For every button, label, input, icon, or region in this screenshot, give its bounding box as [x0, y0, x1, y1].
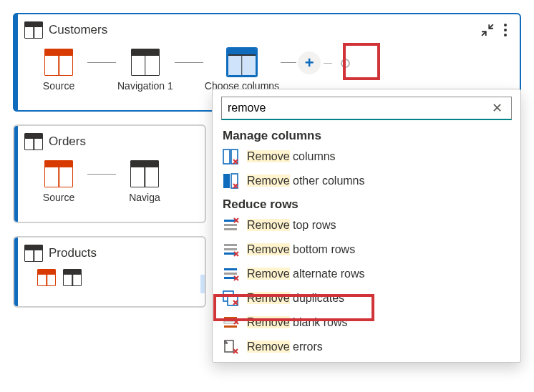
step-label: Source [43, 192, 74, 203]
remove-top-rows-icon [223, 217, 240, 233]
menu-remove-duplicates[interactable]: Remove duplicates [213, 286, 520, 310]
connector-line [281, 62, 296, 63]
remove-alternate-rows-icon [223, 266, 240, 282]
remove-blank-rows-icon [223, 315, 240, 330]
menu-remove-errors[interactable]: Remove errors [213, 335, 520, 359]
menu-label: Remove bottom rows [247, 243, 355, 256]
query-title: Orders [49, 134, 86, 149]
group-header-reduce-rows: Reduce rows [213, 193, 520, 213]
card-header: Customers [24, 21, 510, 39]
svg-rect-17 [224, 325, 237, 328]
menu-remove-alternate-rows[interactable]: Remove alternate rows [213, 262, 520, 286]
menu-remove-other-columns[interactable]: Remove other columns [213, 169, 520, 193]
step-label: Navigation 1 [117, 80, 173, 92]
remove-columns-icon [223, 149, 240, 165]
table-icon [24, 245, 43, 262]
svg-rect-7 [224, 244, 237, 246]
step-choose-columns[interactable]: Choose columns [205, 49, 279, 92]
table-icon [24, 133, 43, 150]
search-input[interactable] [228, 100, 489, 116]
menu-remove-columns[interactable]: Remove columns [213, 144, 520, 169]
table-icon [130, 160, 159, 187]
menu-label: Remove duplicates [247, 292, 344, 305]
card-header: Products [24, 245, 206, 262]
query-card-products[interactable]: Products [13, 236, 206, 308]
menu-remove-blank-rows[interactable]: Remove blank rows [213, 310, 520, 335]
clear-icon[interactable]: ✕ [489, 100, 505, 116]
svg-rect-3 [231, 174, 238, 188]
menu-remove-bottom-rows[interactable]: Remove bottom rows [213, 237, 520, 262]
connector-line [175, 62, 203, 63]
remove-duplicates-icon [223, 290, 240, 306]
steps-row: Source Navigation 1 Choose columns + [24, 39, 510, 92]
query-card-orders[interactable]: Orders Source Naviga [13, 124, 206, 223]
menu-label: Remove other columns [247, 175, 365, 187]
connector-line [324, 63, 332, 64]
table-icon [44, 49, 73, 76]
query-title: Products [49, 246, 97, 260]
svg-rect-10 [224, 268, 237, 270]
mini-icons-row [24, 262, 206, 292]
svg-rect-8 [224, 248, 237, 250]
remove-bottom-rows-icon [223, 242, 240, 258]
svg-rect-11 [224, 273, 237, 275]
table-icon[interactable] [37, 269, 56, 286]
end-node-icon [341, 59, 350, 68]
step-navigation1[interactable]: Navigation 1 [117, 49, 173, 92]
card-header: Orders [24, 133, 206, 150]
remove-other-columns-icon [223, 173, 240, 189]
step-label: Naviga [129, 192, 160, 203]
step-source[interactable]: Source [31, 160, 86, 203]
svg-rect-0 [223, 150, 230, 164]
remove-errors-icon [223, 339, 240, 355]
table-icon[interactable] [63, 269, 82, 286]
search-field[interactable]: ✕ [221, 97, 512, 120]
menu-remove-top-rows[interactable]: Remove top rows [213, 213, 520, 237]
menu-label: Remove columns [247, 150, 336, 163]
svg-rect-5 [224, 224, 237, 226]
step-label: Source [43, 80, 74, 92]
svg-rect-1 [231, 150, 238, 164]
plus-icon[interactable]: + [298, 52, 321, 74]
group-header-manage-columns: Manage columns [213, 124, 520, 144]
svg-rect-2 [223, 174, 230, 188]
connector-line [87, 62, 116, 63]
table-icon [131, 49, 160, 76]
svg-rect-15 [224, 317, 237, 319]
collapse-icon[interactable] [481, 24, 494, 36]
menu-label: Remove errors [247, 340, 323, 353]
more-options-icon[interactable] [501, 22, 510, 38]
menu-label: Remove top rows [247, 219, 336, 232]
selection-edge [200, 275, 206, 293]
menu-label: Remove blank rows [247, 316, 348, 329]
menu-label: Remove alternate rows [247, 268, 365, 280]
svg-rect-6 [224, 228, 237, 230]
query-title: Customers [49, 23, 107, 37]
add-step[interactable]: + [298, 52, 350, 74]
connector-line [87, 174, 116, 175]
step-source[interactable]: Source [31, 49, 86, 92]
table-icon [228, 49, 256, 76]
transformation-dropdown: ✕ Manage columns Remove columns Remove o… [212, 89, 521, 363]
steps-row: Source Naviga [24, 150, 206, 203]
table-icon [24, 21, 43, 39]
table-icon [44, 160, 73, 187]
step-navigation[interactable]: Naviga [117, 160, 172, 203]
